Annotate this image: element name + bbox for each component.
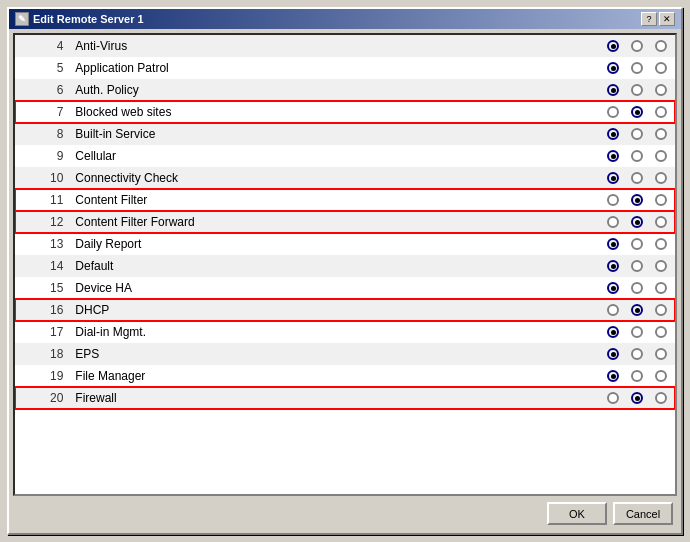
radio-option-1[interactable] [627,348,647,360]
radio-group [514,189,675,211]
table-row: 10Connectivity Check [15,167,675,189]
radio-option-2[interactable] [651,84,671,96]
radio-option-2[interactable] [651,326,671,338]
row-number: 18 [15,343,71,365]
radio-option-1[interactable] [627,84,647,96]
service-name: Content Filter [71,189,514,211]
radio-option-0[interactable] [603,348,623,360]
radio-option-2[interactable] [651,348,671,360]
service-name: Built-in Service [71,123,514,145]
radio-option-2[interactable] [651,304,671,316]
radio-option-0[interactable] [603,392,623,404]
radio-option-1[interactable] [627,370,647,382]
radio-option-1[interactable] [627,260,647,272]
radio-option-0[interactable] [603,282,623,294]
radio-option-1[interactable] [627,282,647,294]
radio-option-0[interactable] [603,260,623,272]
radio-group [514,255,675,277]
radio-option-2[interactable] [651,238,671,250]
radio-option-0[interactable] [603,106,623,118]
row-number: 9 [15,145,71,167]
radio-option-0[interactable] [603,194,623,206]
row-number: 10 [15,167,71,189]
window-body: 4Anti-Virus5Application Patrol6Auth. Pol… [9,29,681,533]
radio-option-2[interactable] [651,216,671,228]
radio-group [514,343,675,365]
radio-option-0[interactable] [603,84,623,96]
radio-option-2[interactable] [651,40,671,52]
radio-option-0[interactable] [603,172,623,184]
row-number: 17 [15,321,71,343]
radio-option-1[interactable] [627,304,647,316]
radio-option-1[interactable] [627,128,647,140]
radio-group [514,79,675,101]
row-number: 8 [15,123,71,145]
radio-option-2[interactable] [651,62,671,74]
radio-option-2[interactable] [651,260,671,272]
radio-option-2[interactable] [651,370,671,382]
title-bar-left: ✎ Edit Remote Server 1 [15,12,144,26]
table-container: 4Anti-Virus5Application Patrol6Auth. Pol… [15,35,675,409]
radio-option-1[interactable] [627,40,647,52]
radio-option-0[interactable] [603,238,623,250]
content-area[interactable]: 4Anti-Virus5Application Patrol6Auth. Pol… [13,33,677,496]
radio-group [514,321,675,343]
service-name: Auth. Policy [71,79,514,101]
radio-option-0[interactable] [603,62,623,74]
footer: OK Cancel [13,496,677,529]
table-row: 15Device HA [15,277,675,299]
row-number: 15 [15,277,71,299]
radio-option-1[interactable] [627,194,647,206]
radio-option-2[interactable] [651,106,671,118]
row-number: 4 [15,35,71,57]
radio-option-1[interactable] [627,62,647,74]
radio-option-0[interactable] [603,370,623,382]
radio-group [514,35,675,57]
radio-option-2[interactable] [651,128,671,140]
radio-option-1[interactable] [627,150,647,162]
service-name: EPS [71,343,514,365]
row-number: 14 [15,255,71,277]
radio-option-2[interactable] [651,282,671,294]
service-name: Connectivity Check [71,167,514,189]
radio-option-2[interactable] [651,194,671,206]
radio-group [514,277,675,299]
radio-option-0[interactable] [603,216,623,228]
radio-option-2[interactable] [651,172,671,184]
radio-option-1[interactable] [627,238,647,250]
radio-group [514,145,675,167]
radio-option-1[interactable] [627,392,647,404]
ok-button[interactable]: OK [547,502,607,525]
service-name: Blocked web sites [71,101,514,123]
radio-option-0[interactable] [603,304,623,316]
radio-option-1[interactable] [627,172,647,184]
radio-group [514,233,675,255]
service-name: Default [71,255,514,277]
service-name: Dial-in Mgmt. [71,321,514,343]
table-row: 20Firewall [15,387,675,409]
table-row: 7Blocked web sites [15,101,675,123]
close-button[interactable]: ✕ [659,12,675,26]
radio-option-1[interactable] [627,326,647,338]
radio-option-0[interactable] [603,150,623,162]
table-row: 9Cellular [15,145,675,167]
radio-option-0[interactable] [603,40,623,52]
help-button[interactable]: ? [641,12,657,26]
table-row: 16DHCP [15,299,675,321]
row-number: 16 [15,299,71,321]
service-name: Anti-Virus [71,35,514,57]
row-number: 11 [15,189,71,211]
radio-group [514,101,675,123]
radio-option-0[interactable] [603,128,623,140]
radio-option-2[interactable] [651,392,671,404]
title-buttons: ? ✕ [641,12,675,26]
radio-option-0[interactable] [603,326,623,338]
radio-option-1[interactable] [627,216,647,228]
table-row: 17Dial-in Mgmt. [15,321,675,343]
row-number: 13 [15,233,71,255]
row-number: 6 [15,79,71,101]
cancel-button[interactable]: Cancel [613,502,673,525]
radio-option-2[interactable] [651,150,671,162]
service-name: Firewall [71,387,514,409]
radio-option-1[interactable] [627,106,647,118]
